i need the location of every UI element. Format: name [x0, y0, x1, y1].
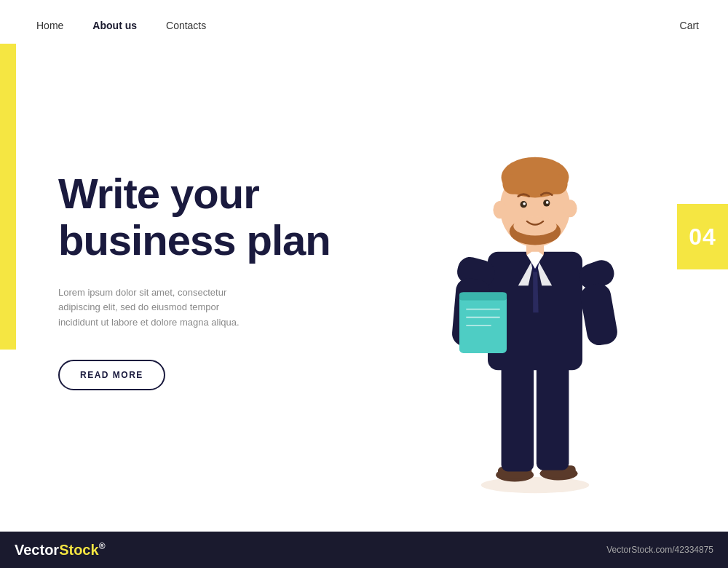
svg-rect-24 — [502, 174, 567, 194]
watermark-brand: VectorStock® — [15, 542, 105, 558]
nav-home[interactable]: Home — [36, 20, 63, 31]
svg-rect-20 — [579, 282, 620, 347]
business-man-illustration — [419, 117, 652, 495]
watermark-logo: VectorStock® — [15, 541, 105, 559]
hero-text-section: Write your business plan Lorem ipsum dol… — [36, 156, 342, 390]
nav-cart[interactable]: Cart — [680, 20, 699, 31]
slide-number: 04 — [689, 224, 716, 251]
navbar: Home About us Contacts Cart — [0, 0, 728, 51]
svg-point-26 — [513, 216, 556, 235]
hero-title: Write your business plan — [58, 170, 342, 264]
hero-description: Lorem ipsum dolor sit amet, consectetur … — [58, 285, 248, 331]
svg-rect-14 — [459, 292, 507, 353]
svg-rect-6 — [537, 360, 569, 470]
nav-about[interactable]: About us — [92, 20, 137, 31]
svg-point-31 — [493, 201, 507, 218]
main-content: Write your business plan Lorem ipsum dol… — [36, 51, 728, 495]
svg-rect-15 — [459, 292, 507, 300]
hero-illustration — [342, 51, 728, 495]
svg-point-32 — [563, 200, 577, 217]
svg-point-30 — [546, 201, 549, 204]
read-more-button[interactable]: READ MORE — [58, 360, 165, 390]
watermark-url: VectorStock.com/42334875 — [606, 545, 713, 555]
nav-links: Home About us Contacts — [36, 20, 206, 31]
left-accent-bar — [0, 44, 16, 350]
svg-rect-5 — [502, 360, 534, 471]
svg-point-0 — [481, 477, 590, 493]
watermark-bar: VectorStock® VectorStock.com/42334875 — [0, 532, 728, 568]
slide-number-box: 04 — [677, 204, 728, 269]
svg-point-29 — [523, 202, 526, 205]
nav-contacts[interactable]: Contacts — [166, 20, 206, 31]
